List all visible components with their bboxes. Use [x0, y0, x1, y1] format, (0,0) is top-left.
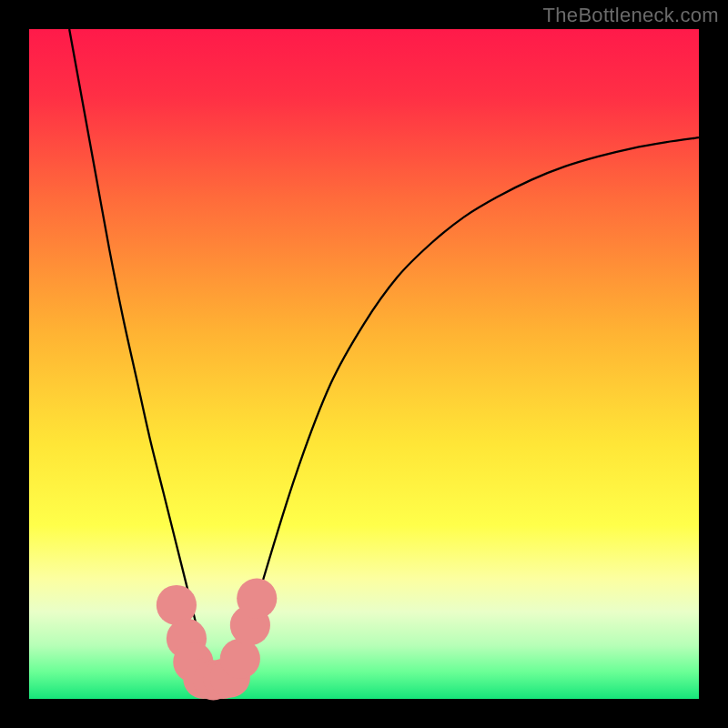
- chart-frame: TheBottleneck.com: [0, 0, 728, 728]
- plot-background-gradient: [29, 29, 699, 699]
- plot-area: [29, 29, 699, 699]
- plot-svg: [29, 29, 699, 699]
- valley-marker: [237, 579, 277, 619]
- watermark-text: TheBottleneck.com: [543, 4, 719, 27]
